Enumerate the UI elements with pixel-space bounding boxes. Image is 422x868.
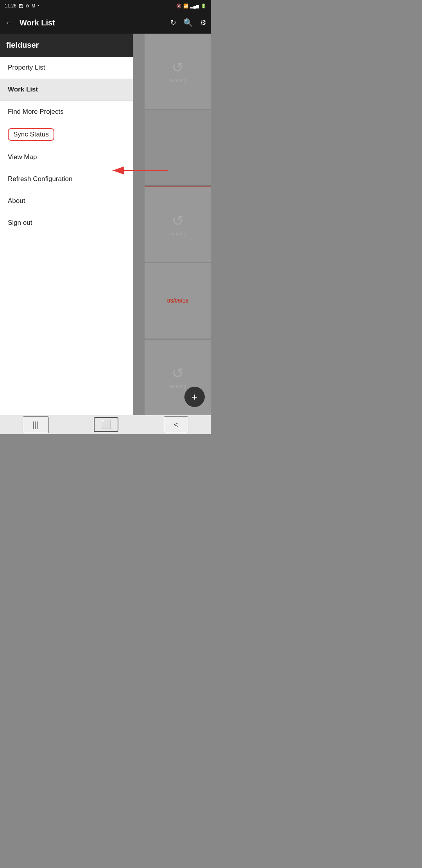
home-button[interactable]: ⬜ [94, 417, 118, 432]
search-button[interactable]: 🔍 [183, 18, 193, 27]
bg-card-5: ↻ syncing + [145, 340, 211, 415]
signal-icon: ▂▄▆ [190, 4, 199, 8]
sync-status-label: Sync Status [8, 128, 54, 141]
back-nav-button[interactable]: < [164, 416, 189, 433]
sidebar-item-work-list[interactable]: Work List [0, 79, 133, 100]
sidebar-item-refresh-configuration[interactable]: Refresh Configuration [0, 168, 133, 190]
sync-icon-5: ↻ [172, 365, 184, 382]
bg-card-2 [145, 110, 211, 185]
gmail-icon: M [32, 4, 35, 8]
sync-icon-1: ↻ [172, 59, 184, 76]
battery-icon: 🔋 [201, 4, 206, 9]
sidebar-item-about[interactable]: About [0, 190, 133, 212]
bg-content: ↻ syncing ↻ syncing 03/05/15 ↻ syncing + [145, 34, 211, 415]
app-bar-actions: ↻ 🔍 ⚙ [170, 18, 206, 27]
app-bar-title: Work List [20, 18, 170, 27]
dot-icon: • [38, 3, 39, 9]
sidebar-user-header: fielduser [0, 34, 133, 57]
sidebar-username: fielduser [6, 41, 39, 49]
sync-button[interactable]: ↻ [170, 18, 176, 27]
sidebar-item-property-list[interactable]: Property List [0, 57, 133, 79]
sync-icon-3: ↻ [172, 213, 184, 229]
status-bar: 11:26 🖼 ⚙ M • 🔇 📶 ▂▄▆ 🔋 [0, 0, 211, 12]
sync-label-3: syncing [169, 231, 186, 237]
recent-apps-button[interactable]: ||| [23, 416, 49, 433]
home-icon: ⬜ [101, 420, 111, 429]
bg-card-4: 03/05/15 [145, 263, 211, 339]
mute-icon: 🔇 [176, 4, 182, 9]
bg-card-3: ↻ syncing [145, 187, 211, 262]
bg-card-1: ↻ syncing [145, 34, 211, 109]
app-bar: ← Work List ↻ 🔍 ⚙ [0, 12, 211, 34]
filter-button[interactable]: ⚙ [200, 18, 206, 27]
sidebar-item-view-map[interactable]: View Map [0, 146, 133, 168]
status-right: 🔇 📶 ▂▄▆ 🔋 [176, 4, 206, 9]
status-left: 11:26 🖼 ⚙ M • [5, 3, 39, 9]
photo-icon: 🖼 [19, 4, 23, 8]
sync-label-5: syncing [169, 383, 186, 389]
sidebar-item-sign-out[interactable]: Sign out [0, 212, 133, 234]
fab-add-button[interactable]: + [184, 387, 205, 407]
settings-icon: ⚙ [25, 4, 29, 9]
sync-label-1: syncing [169, 77, 186, 83]
sidebar-drawer: fielduser Property List Work List Find M… [0, 34, 133, 415]
back-button[interactable]: ← [5, 18, 13, 28]
main-container: ↻ syncing ↻ syncing 03/05/15 ↻ syncing +… [0, 34, 211, 415]
time-display: 11:26 [5, 3, 16, 9]
nav-bar: ||| ⬜ < [0, 415, 211, 434]
date-display: 03/05/15 [167, 298, 189, 304]
wifi-icon: 📶 [183, 4, 189, 9]
sidebar-menu: Property List Work List Find More Projec… [0, 57, 133, 415]
sidebar-item-sync-status[interactable]: Sync Status [0, 123, 133, 146]
sidebar-item-find-more-projects[interactable]: Find More Projects [0, 101, 133, 123]
